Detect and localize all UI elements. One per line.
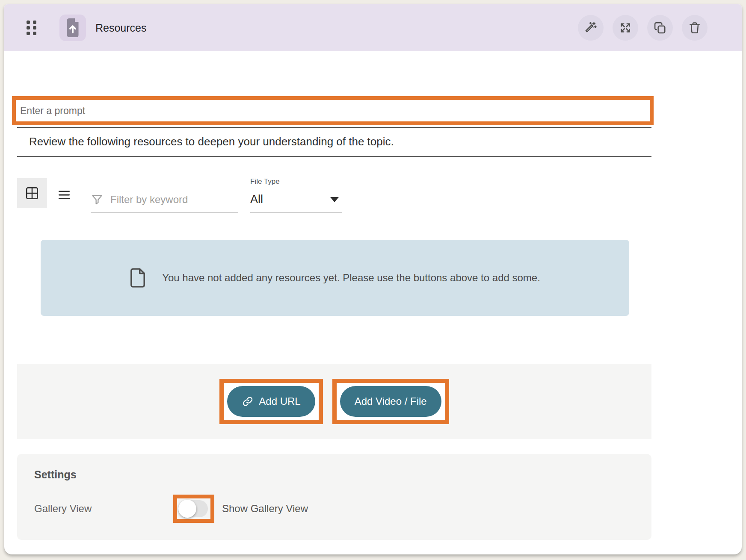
prompt-field-highlight <box>12 96 654 125</box>
header-actions <box>578 15 708 41</box>
gallery-view-toggle-label: Show Gallery View <box>222 503 308 515</box>
add-video-file-label: Add Video / File <box>355 395 427 407</box>
gallery-view-toggle-highlight <box>173 495 214 523</box>
file-type-select[interactable]: All <box>250 193 342 212</box>
add-url-button[interactable]: Add URL <box>227 386 315 417</box>
document-icon <box>130 268 146 288</box>
toggle-knob <box>178 500 196 518</box>
file-type-dropdown: File Type All <box>250 177 342 212</box>
widget-title: Resources <box>95 22 147 34</box>
add-video-file-highlight: Add Video / File <box>332 379 449 424</box>
drag-handle-icon[interactable] <box>27 21 36 35</box>
document-upload-icon <box>65 18 80 37</box>
chevron-down-icon <box>330 197 339 202</box>
keyword-filter-field <box>91 193 238 212</box>
gallery-view-label: Gallery View <box>34 503 173 515</box>
file-type-selected-value: All <box>250 193 263 206</box>
widget-header: Resources <box>4 4 742 51</box>
grid-view-icon <box>24 186 40 201</box>
resources-toolbar: File Type All <box>17 177 742 212</box>
duplicate-icon <box>654 21 666 34</box>
prompt-field-underline <box>17 127 651 128</box>
delete-button[interactable] <box>682 15 708 41</box>
ai-generate-button[interactable] <box>578 15 604 41</box>
link-icon <box>242 395 254 407</box>
expand-arrows-icon <box>619 21 632 34</box>
list-view-icon <box>57 189 71 200</box>
list-view-button[interactable] <box>57 189 71 200</box>
widget-type-tile <box>59 15 86 41</box>
file-type-label: File Type <box>250 177 342 186</box>
description-input[interactable] <box>17 135 651 157</box>
keyword-filter-input[interactable] <box>110 193 238 206</box>
gallery-view-setting-row: Gallery View Show Gallery View <box>34 495 651 523</box>
add-url-highlight: Add URL <box>219 379 323 424</box>
grid-view-button[interactable] <box>17 178 47 208</box>
empty-state-message: You have not added any resources yet. Pl… <box>162 272 540 284</box>
expand-button[interactable] <box>613 15 638 41</box>
resources-widget-card: Resources <box>4 4 742 554</box>
prompt-input[interactable] <box>16 100 650 121</box>
add-url-label: Add URL <box>259 395 300 407</box>
duplicate-button[interactable] <box>647 15 673 41</box>
funnel-filter-icon <box>91 193 104 206</box>
empty-state-banner: You have not added any resources yet. Pl… <box>41 240 629 316</box>
settings-heading: Settings <box>34 469 651 481</box>
trash-icon <box>688 21 701 34</box>
gallery-view-toggle[interactable] <box>180 500 208 517</box>
magic-wand-icon <box>584 21 597 34</box>
settings-section: Settings Gallery View Show Gallery View <box>17 454 651 540</box>
add-actions-section: Add URL Add Video / File <box>17 364 651 439</box>
add-video-file-button[interactable]: Add Video / File <box>340 386 441 417</box>
